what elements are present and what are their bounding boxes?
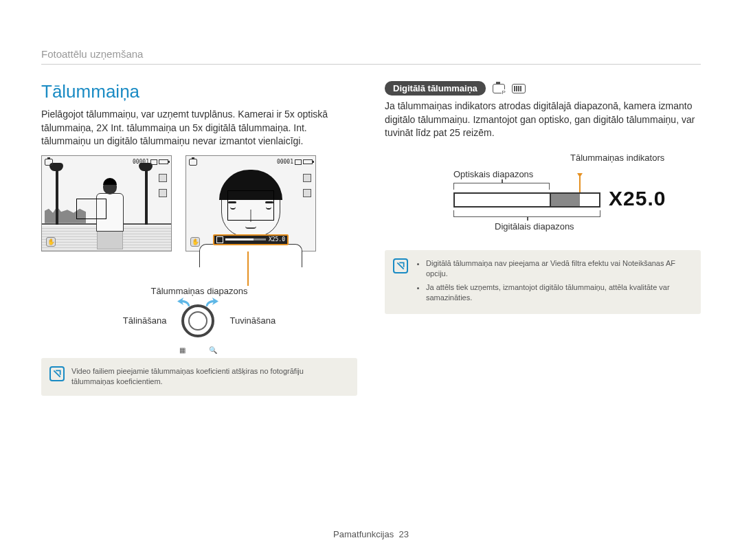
dial-minus-icon: ▦ (179, 346, 186, 354)
shot-counter: 00001 (133, 159, 149, 165)
zoom-bar-icon (216, 236, 223, 243)
zoom-value: X25.0 (609, 187, 666, 210)
photo-mode-icon (493, 84, 505, 93)
note-box-right: Digitālā tālummaiņa nav pieejama ar Vied… (385, 250, 701, 315)
breadcrumb: Fotoattēlu uzņemšana (41, 48, 701, 65)
section-chip: Digitālā tālummaiņa (385, 81, 486, 96)
dial-plus-icon: 🔍 (209, 346, 217, 354)
film-icon (150, 159, 157, 165)
zoom-dial: ▦ 🔍 (176, 299, 220, 343)
note-item: Ja attēls tiek uzņemts, izmantojot digit… (426, 282, 691, 304)
film-icon (295, 159, 302, 165)
camera-icon (189, 159, 197, 166)
callout-line (247, 251, 249, 286)
note-item: Digitālā tālummaiņa nav pieejama ar Vied… (426, 258, 691, 280)
footer-page: 23 (398, 529, 408, 539)
zoom-bar-value: X25.0 (269, 236, 285, 243)
intro-left: Pielāgojot tālummaiņu, var uzņemt tuvplā… (41, 108, 357, 148)
page-title: Tālummaiņa (41, 81, 357, 102)
page-footer: Pamatfunkcijas 23 (0, 529, 742, 539)
battery-icon (159, 159, 168, 164)
optical-range-label: Optiskais diapazons (453, 169, 533, 179)
mode-indicator-icon (159, 174, 167, 182)
preview-wide: /* filled by css child elems below */ 00… (41, 155, 172, 251)
flash-indicator-icon (159, 189, 167, 197)
note-icon (393, 258, 408, 273)
mode-indicator-icon (303, 174, 311, 182)
stabilizer-icon: ✋ (46, 237, 56, 247)
zoom-range-label: Tālummaiņas diapazons (41, 286, 357, 296)
video-mode-icon (512, 84, 526, 93)
note-icon (49, 366, 65, 381)
zoom-in-label: Tuvināšana (229, 315, 276, 326)
indicator-pointer (579, 173, 581, 192)
battery-icon (303, 159, 313, 164)
zoom-out-label: Tālināšana (123, 315, 167, 326)
indicator-diagram: Tālummaiņas indikators Optiskais diapazo… (453, 153, 701, 235)
camera-icon (45, 159, 53, 166)
note-text-left: Video failiem pieejamie tālummaiņas koef… (71, 366, 348, 388)
zoom-bar: X25.0 (213, 234, 289, 245)
indicator-label: Tālummaiņas indikators (570, 153, 664, 163)
footer-section: Pamatfunkcijas (333, 529, 394, 539)
note-list-right: Digitālā tālummaiņa nav pieejama ar Vied… (415, 258, 691, 306)
intro-right: Ja tālummaiņas indikators atrodas digitā… (385, 100, 701, 140)
preview-zoomed: 00001 ✋ X25.0 (186, 155, 316, 251)
stabilizer-icon: ✋ (190, 237, 200, 247)
note-box-left: Video failiem pieejamie tālummaiņas koef… (41, 358, 357, 396)
flash-indicator-icon (303, 189, 311, 197)
digital-range-label: Digitālais diapazons (495, 221, 574, 232)
shot-counter: 00001 (277, 159, 293, 165)
